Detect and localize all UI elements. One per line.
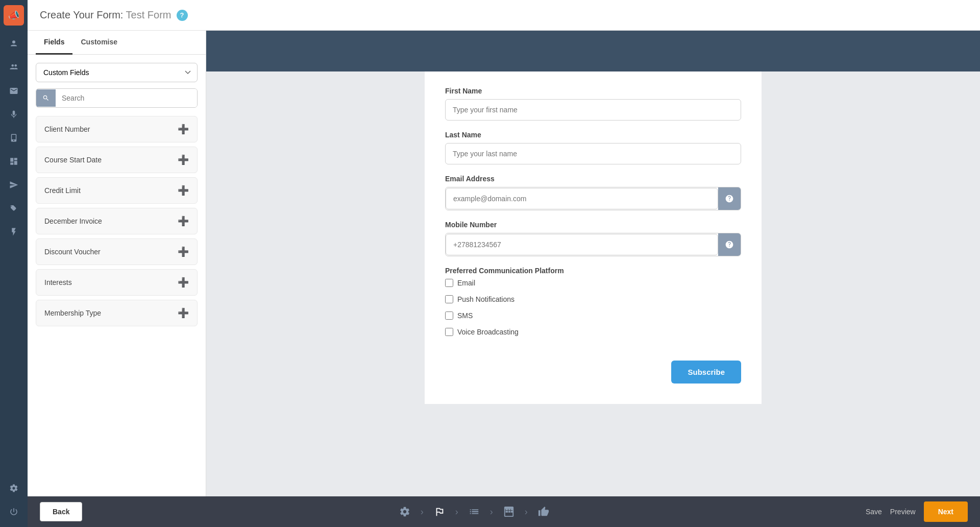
nav-icon-settings[interactable] bbox=[4, 478, 24, 498]
checkbox-group: Email Push Notifications SMS bbox=[445, 279, 741, 340]
nav-icon-integrations[interactable] bbox=[4, 198, 24, 219]
nav-icon-dashboard[interactable] bbox=[4, 151, 24, 172]
field-item-membership-type[interactable]: Membership Type ➕ bbox=[36, 300, 198, 326]
icon-sidebar: 📣 bbox=[0, 0, 28, 527]
field-item-december-invoice[interactable]: December Invoice ➕ bbox=[36, 208, 198, 234]
search-input[interactable] bbox=[56, 89, 197, 107]
mobile-input[interactable] bbox=[446, 234, 718, 255]
checkbox-push-input[interactable] bbox=[445, 295, 453, 303]
field-item-interests[interactable]: Interests ➕ bbox=[36, 269, 198, 296]
checkbox-voice[interactable]: Voice Broadcasting bbox=[445, 328, 741, 336]
nav-icon-send[interactable] bbox=[4, 175, 24, 195]
preview-area: First Name Last Name Email Address bbox=[206, 31, 980, 496]
checkbox-email-input[interactable] bbox=[445, 279, 453, 287]
step-separator-2: › bbox=[455, 507, 458, 517]
preview-wrapper: First Name Last Name Email Address bbox=[206, 31, 980, 404]
step-icon-thumbsup[interactable] bbox=[538, 506, 549, 517]
field-item-discount-voucher[interactable]: Discount Voucher ➕ bbox=[36, 238, 198, 265]
tab-customise[interactable]: Customise bbox=[72, 31, 126, 55]
step-icon-table[interactable] bbox=[503, 506, 514, 517]
step-icon-settings[interactable] bbox=[399, 506, 410, 517]
next-button[interactable]: Next bbox=[924, 501, 968, 522]
field-item-client-number[interactable]: Client Number ➕ bbox=[36, 116, 198, 142]
checkbox-push[interactable]: Push Notifications bbox=[445, 295, 741, 303]
form-group-firstname: First Name bbox=[445, 87, 741, 121]
mobile-icon-btn[interactable] bbox=[718, 233, 741, 256]
step-separator-3: › bbox=[490, 507, 493, 517]
nav-icon-power[interactable] bbox=[4, 501, 24, 522]
right-actions: Save Preview Next bbox=[866, 501, 968, 522]
left-panel: Fields Customise Custom Fields Standard … bbox=[28, 31, 206, 496]
nav-icon-lightning[interactable] bbox=[4, 222, 24, 242]
email-input-wrapper bbox=[445, 187, 741, 210]
subscribe-button[interactable]: Subscribe bbox=[671, 361, 741, 384]
step-icon-list[interactable] bbox=[469, 506, 480, 517]
email-icon-btn[interactable] bbox=[718, 187, 741, 210]
title-prefix: Create Your Form: bbox=[40, 9, 126, 20]
content-area: Fields Customise Custom Fields Standard … bbox=[28, 31, 980, 496]
step-separator-1: › bbox=[421, 507, 424, 517]
firstname-label: First Name bbox=[445, 87, 741, 95]
lastname-input[interactable] bbox=[445, 143, 741, 164]
form-group-mobile: Mobile Number bbox=[445, 221, 741, 256]
add-field-icon[interactable]: ➕ bbox=[178, 215, 189, 227]
search-box bbox=[36, 88, 198, 108]
step-icons: › › › › bbox=[82, 506, 865, 517]
preview-header bbox=[206, 31, 980, 71]
nav-icon-mic[interactable] bbox=[4, 104, 24, 125]
save-button[interactable]: Save bbox=[866, 508, 882, 516]
add-field-icon[interactable]: ➕ bbox=[178, 124, 189, 135]
tab-fields[interactable]: Fields bbox=[36, 31, 72, 55]
back-button[interactable]: Back bbox=[40, 502, 82, 521]
checkbox-sms[interactable]: SMS bbox=[445, 312, 741, 320]
left-panel-body: Custom Fields Standard Fields Client Num… bbox=[28, 55, 206, 496]
step-icon-fields[interactable] bbox=[434, 506, 445, 517]
field-type-dropdown[interactable]: Custom Fields Standard Fields bbox=[36, 63, 198, 82]
title-form: Test Form bbox=[126, 9, 172, 20]
help-icon[interactable]: ? bbox=[177, 10, 188, 21]
mobile-label: Mobile Number bbox=[445, 221, 741, 229]
form-card: First Name Last Name Email Address bbox=[425, 71, 762, 404]
page-title: Create Your Form: Test Form bbox=[40, 9, 172, 21]
form-group-email: Email Address bbox=[445, 175, 741, 210]
add-field-icon[interactable]: ➕ bbox=[178, 307, 189, 319]
add-field-icon[interactable]: ➕ bbox=[178, 154, 189, 165]
main-area: Create Your Form: Test Form ? Fields Cus… bbox=[28, 0, 980, 527]
tabs-row: Fields Customise bbox=[28, 31, 206, 55]
communication-label: Preferred Communication Platform bbox=[445, 267, 741, 275]
add-field-icon[interactable]: ➕ bbox=[178, 246, 189, 257]
nav-icon-email[interactable] bbox=[4, 81, 24, 101]
lastname-label: Last Name bbox=[445, 131, 741, 139]
bottom-bar: Back › › › › Save Preview Ne bbox=[28, 496, 980, 527]
step-separator-4: › bbox=[525, 507, 528, 517]
form-group-communication: Preferred Communication Platform Email P… bbox=[445, 267, 741, 340]
nav-icon-users[interactable] bbox=[4, 57, 24, 78]
svg-point-1 bbox=[12, 64, 14, 67]
search-button[interactable] bbox=[36, 89, 56, 107]
email-input[interactable] bbox=[446, 188, 718, 209]
field-item-credit-limit[interactable]: Credit Limit ➕ bbox=[36, 177, 198, 204]
top-header: Create Your Form: Test Form ? bbox=[28, 0, 980, 31]
firstname-input[interactable] bbox=[445, 99, 741, 121]
email-label: Email Address bbox=[445, 175, 741, 183]
field-item-course-start-date[interactable]: Course Start Date ➕ bbox=[36, 147, 198, 173]
nav-icon-profile[interactable] bbox=[4, 34, 24, 54]
preview-button[interactable]: Preview bbox=[890, 508, 916, 516]
form-group-lastname: Last Name bbox=[445, 131, 741, 164]
checkbox-sms-input[interactable] bbox=[445, 312, 453, 320]
add-field-icon[interactable]: ➕ bbox=[178, 277, 189, 288]
nav-icon-mobile[interactable] bbox=[4, 128, 24, 148]
checkbox-voice-input[interactable] bbox=[445, 328, 453, 336]
checkbox-email[interactable]: Email bbox=[445, 279, 741, 287]
svg-point-0 bbox=[12, 40, 15, 43]
add-field-icon[interactable]: ➕ bbox=[178, 185, 189, 196]
nav-icon-megaphone[interactable]: 📣 bbox=[4, 5, 24, 26]
mobile-input-wrapper bbox=[445, 233, 741, 256]
svg-point-2 bbox=[15, 64, 17, 67]
